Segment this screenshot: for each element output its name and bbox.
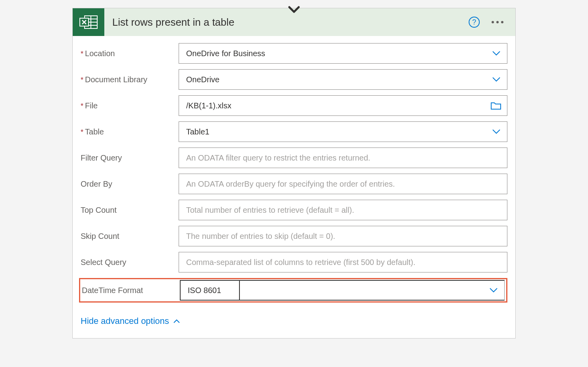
field-select-query: Select Query [81,252,507,272]
table-dropdown[interactable] [179,121,507,142]
field-location: *Location [81,43,507,64]
excel-icon [73,8,104,36]
more-menu-icon[interactable] [492,21,503,23]
select-query-field[interactable] [179,252,507,272]
datetime-format-label: DateTime Format [82,286,143,295]
chevron-up-icon [173,319,180,323]
advanced-toggle-label: Hide advanced options [81,316,169,326]
action-card: List rows present in a table ? *Location… [72,8,516,339]
top-count-input[interactable] [179,200,507,220]
field-order-by: Order By [81,174,507,194]
card-body: *Location *Document Library *File [73,36,515,338]
filter-query-field[interactable] [179,148,507,168]
field-skip-count: Skip Count [81,226,507,246]
file-input[interactable] [179,96,507,115]
skip-count-label: Skip Count [81,232,119,241]
select-query-input[interactable] [179,252,507,272]
skip-count-field[interactable] [179,226,507,246]
datetime-format-dropdown[interactable] [180,280,505,301]
field-top-count: Top Count [81,200,507,220]
document-library-input[interactable] [179,70,507,89]
field-table: *Table [81,121,507,142]
top-count-field[interactable] [179,200,507,220]
top-count-label: Top Count [81,206,117,215]
hide-advanced-options-link[interactable]: Hide advanced options [81,316,180,326]
field-document-library: *Document Library [81,69,507,90]
table-input[interactable] [179,122,507,142]
field-file: *File [81,95,507,116]
location-input[interactable] [179,44,507,63]
document-library-label: Document Library [85,75,147,84]
field-filter-query: Filter Query [81,148,507,168]
order-by-field[interactable] [179,174,507,194]
location-label: Location [85,49,115,58]
order-by-label: Order By [81,180,112,189]
order-by-input[interactable] [179,174,507,194]
arrow-down-icon [288,6,300,15]
chevron-down-icon [489,288,498,293]
file-picker[interactable] [179,95,507,116]
table-label: Table [85,127,104,136]
filter-query-label: Filter Query [81,153,122,163]
document-library-dropdown[interactable] [179,69,507,90]
field-datetime-format: DateTime Format [79,278,507,303]
datetime-format-input[interactable] [181,281,240,300]
file-label: File [85,101,98,110]
location-dropdown[interactable] [179,43,507,64]
skip-count-input[interactable] [179,226,507,246]
filter-query-input[interactable] [179,148,507,168]
select-query-label: Select Query [81,258,126,267]
card-title: List rows present in a table [112,16,469,28]
help-icon[interactable]: ? [469,17,480,28]
